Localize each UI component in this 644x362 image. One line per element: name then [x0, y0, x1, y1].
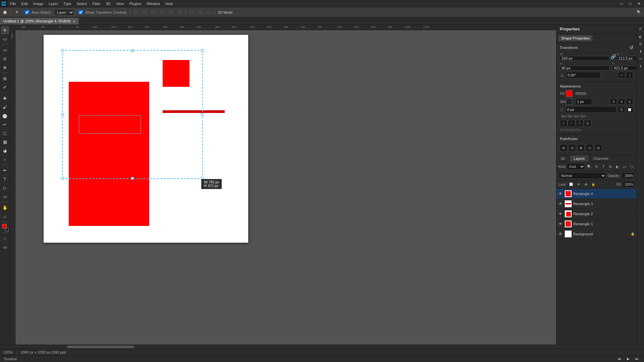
menu-window[interactable]: Window: [144, 0, 163, 7]
handle-ml[interactable]: [61, 113, 64, 116]
opacity-input[interactable]: [621, 172, 635, 179]
layer-vis-rect4[interactable]: 👁: [558, 191, 563, 196]
show-transform-checkbox[interactable]: [78, 10, 83, 14]
right-edge-properties[interactable]: P: [638, 26, 644, 32]
flip-v-btn[interactable]: ↕: [626, 72, 633, 78]
quick-mask-btn[interactable]: ○: [1, 234, 9, 242]
handle-tm[interactable]: [131, 49, 134, 52]
stroke-inside-btn[interactable]: ⊐: [610, 99, 617, 105]
close-btn[interactable]: ✕: [635, 0, 643, 7]
timeline-next[interactable]: ⏭: [633, 355, 641, 362]
width-input[interactable]: [560, 56, 609, 61]
layer-vis-rect1[interactable]: 👁: [558, 222, 563, 226]
layers-refresh-btn[interactable]: ↻: [593, 164, 599, 170]
pen-tool[interactable]: ✒: [1, 166, 9, 174]
layer-dropdown[interactable]: Layer Group: [54, 9, 74, 16]
layer-item-rect2[interactable]: 👁 Rectangle 2: [556, 209, 637, 219]
menu-file[interactable]: File: [7, 0, 19, 7]
timeline-prev[interactable]: ⏮: [616, 355, 623, 362]
layers-filter-btn[interactable]: 🔍: [586, 164, 592, 170]
align-center-v-btn[interactable]: ⬛: [141, 9, 148, 16]
search-btn[interactable]: 🔍: [635, 9, 643, 16]
align-corners-btn[interactable]: ⊡: [584, 120, 591, 127]
layer-item-background[interactable]: 👁 Background 🔒: [556, 229, 637, 239]
line-cap-square[interactable]: □: [576, 120, 583, 127]
pathfinder-exclude[interactable]: ⊡: [586, 144, 593, 152]
layers-fx-btn[interactable]: fx: [607, 164, 613, 170]
layer-item-rect4[interactable]: 👁 Rectangle 4: [556, 189, 637, 199]
heal-tool[interactable]: ✚: [1, 94, 9, 102]
move-tool-btn[interactable]: ✢: [13, 9, 20, 16]
menu-type[interactable]: Type: [61, 0, 74, 7]
pathfinder-unite[interactable]: ⊞: [560, 144, 567, 152]
transform-collapse[interactable]: ↺: [629, 45, 633, 50]
pathfinder-divide[interactable]: ⊞: [595, 144, 602, 152]
corner-radius-input[interactable]: [566, 106, 616, 113]
layer-vis-bg[interactable]: 👁: [558, 232, 563, 236]
blur-tool[interactable]: ◕: [1, 146, 9, 155]
path-tool[interactable]: ▷: [1, 184, 9, 192]
blend-mode-select[interactable]: Normal: [558, 172, 606, 179]
layers-tab[interactable]: Layers: [570, 155, 589, 162]
stroke-center-btn[interactable]: ⊏: [618, 99, 625, 105]
auto-select-checkbox[interactable]: [25, 10, 29, 14]
active-tab[interactable]: Untitled-1 @ 100% (Rectangle 4, RGB/8) ✕: [0, 18, 79, 24]
layer-vis-rect2[interactable]: 👁: [558, 212, 563, 216]
lock-pixels-btn[interactable]: ⬜: [569, 182, 574, 187]
right-edge-adjust[interactable]: ◐: [638, 34, 644, 40]
quick-select-tool[interactable]: ⊕: [1, 63, 9, 71]
gradient-tool[interactable]: ▦: [1, 138, 9, 146]
handle-mr[interactable]: [201, 113, 204, 116]
layers-text-btn[interactable]: T: [600, 164, 606, 170]
menu-layer[interactable]: Layer: [46, 0, 61, 7]
fill-color-swatch[interactable]: [566, 90, 573, 97]
channels-tab[interactable]: Channels: [589, 155, 613, 162]
layers-smart-btn[interactable]: ⬡: [629, 164, 635, 170]
link-wh-icon[interactable]: 🔗: [611, 52, 615, 61]
hand-tool[interactable]: ✋: [1, 203, 9, 212]
pathfinder-subtract[interactable]: ⊟: [569, 144, 576, 152]
menu-filter[interactable]: Filter: [90, 0, 103, 7]
clone-tool[interactable]: ⬤: [1, 112, 9, 120]
eyedropper-tool[interactable]: ✐: [1, 83, 9, 91]
screen-mode-btn[interactable]: ▭: [1, 243, 9, 251]
crop-tool[interactable]: ⊞: [1, 74, 9, 82]
right-edge-history[interactable]: ↩: [638, 56, 644, 62]
handle-tr[interactable]: [201, 49, 204, 52]
maximize-btn[interactable]: □: [627, 0, 634, 7]
align-bottom-btn[interactable]: ⬛: [176, 9, 183, 16]
artboard-tool[interactable]: ▭: [1, 35, 9, 43]
y-input[interactable]: [612, 66, 637, 70]
lock-artboard-btn[interactable]: ⊞: [583, 182, 589, 187]
lock-all-btn[interactable]: 🔒: [591, 182, 596, 187]
menu-edit[interactable]: Edit: [19, 0, 31, 7]
lasso-tool[interactable]: ⊙: [1, 55, 9, 63]
move-tool[interactable]: ✢: [1, 26, 9, 34]
stroke-color-swatch[interactable]: [566, 98, 573, 105]
align-right-btn[interactable]: ⬛: [150, 9, 157, 16]
text-tool[interactable]: T: [1, 175, 9, 183]
stroke-size-input[interactable]: [575, 98, 592, 105]
height-input[interactable]: [560, 66, 609, 70]
right-edge-libraries[interactable]: ☰: [638, 41, 644, 47]
history-brush[interactable]: ↩: [1, 120, 9, 128]
flip-h-btn[interactable]: ↔: [618, 72, 625, 78]
distribute-h-btn[interactable]: ⬛: [187, 9, 195, 16]
minimize-btn[interactable]: —: [618, 0, 625, 7]
canvas-area[interactable]: -100 -50 0 50 100 150 200 250 300 350 40…: [10, 25, 556, 345]
handle-bl[interactable]: [61, 177, 64, 180]
menu-image[interactable]: Image: [31, 0, 46, 7]
distribute-v-btn[interactable]: ⬛: [196, 9, 204, 16]
layer-item-rect1[interactable]: 👁 Rectangle 1: [556, 219, 637, 229]
timeline-play[interactable]: ▶: [625, 355, 632, 362]
line-cap-butt[interactable]: |: [560, 120, 567, 127]
angle-input[interactable]: [566, 72, 601, 78]
home-btn[interactable]: 🏠: [1, 9, 9, 16]
kind-filter[interactable]: Kind: [567, 163, 585, 170]
shape-properties-tab[interactable]: Shape Properties: [558, 35, 592, 41]
marquee-tool[interactable]: ▭: [1, 46, 9, 54]
menu-select[interactable]: Select: [74, 0, 90, 7]
fill-input[interactable]: [623, 181, 635, 188]
scrollbar-horizontal[interactable]: [0, 345, 644, 349]
fg-bg-colors[interactable]: [1, 224, 9, 231]
